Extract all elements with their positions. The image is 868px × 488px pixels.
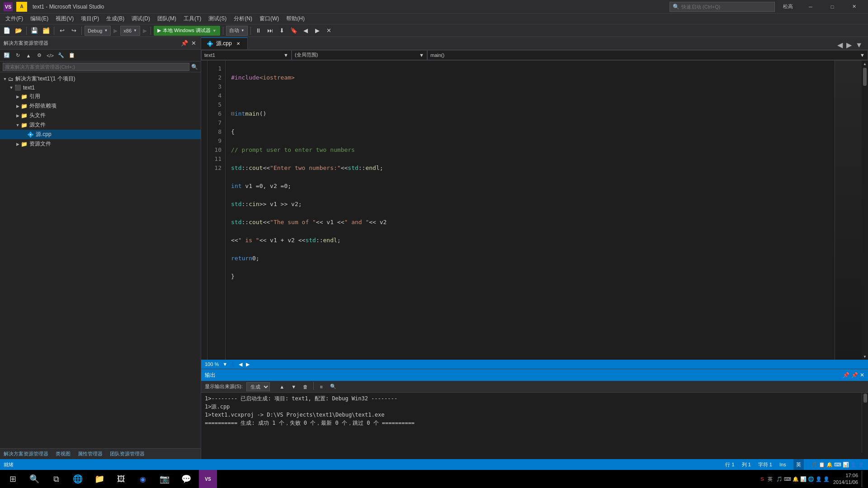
menu-window[interactable]: 窗口(W)	[256, 14, 283, 23]
restore-button[interactable]: □	[822, 0, 843, 14]
menu-team[interactable]: 团队(M)	[154, 14, 180, 23]
highlight-button[interactable]: A	[16, 2, 27, 12]
platform-dropdown[interactable]: x86 ▼	[120, 26, 140, 36]
prev-bookmark-btn[interactable]: ◀	[301, 26, 311, 36]
code-editor[interactable]: #include <iostream> ⊟int main() { // pro…	[226, 61, 835, 360]
zoom-dropdown-arrow[interactable]: ▼	[222, 361, 227, 367]
redo-btn[interactable]: ↪	[69, 26, 79, 36]
nav-scope-dropdown[interactable]: (全局范围) ▼	[292, 50, 427, 60]
tree-project[interactable]: ▼ ⬛ text1	[0, 84, 201, 92]
se-tab-team[interactable]: 团队资源管理器	[110, 450, 145, 457]
taskbar-show-desktop[interactable]	[862, 471, 864, 487]
scroll-thumb[interactable]	[863, 68, 867, 86]
se-showfiles-btn[interactable]: 📋	[67, 51, 77, 61]
start-button[interactable]: ⊞	[4, 470, 22, 488]
minimize-button[interactable]: ─	[800, 0, 821, 14]
tab-scroll-left[interactable]: ◀	[835, 41, 844, 49]
editor-scrollbar-vertical[interactable]: ▲ ▼	[862, 61, 868, 360]
tab-source-cpp[interactable]: 💠 源.cpp ✕	[201, 38, 248, 49]
menu-analyze[interactable]: 分析(N)	[230, 14, 256, 23]
close-button[interactable]: ✕	[844, 0, 864, 14]
tree-source-files[interactable]: ▼ 📁 源文件	[0, 120, 201, 130]
save-btn[interactable]: 💾	[29, 26, 39, 36]
task-view-btn[interactable]: ⧉	[47, 470, 65, 488]
scroll-up-btn[interactable]: ▲	[862, 61, 868, 67]
menu-test[interactable]: 测试(S)	[205, 14, 230, 23]
se-sync-btn[interactable]: 🔄	[2, 51, 12, 61]
tree-solution[interactable]: ▼ 🗂 解决方案'text1'(1 个项目)	[0, 74, 201, 84]
debug-config-dropdown[interactable]: Debug ▼	[85, 26, 111, 36]
se-collapse-btn[interactable]: ▲	[24, 51, 33, 61]
wechat-btn[interactable]: 💬	[177, 470, 195, 488]
new-project-btn[interactable]: 📄	[2, 26, 12, 36]
se-search-input[interactable]	[3, 63, 189, 71]
se-tab-solution[interactable]: 解决方案资源管理器	[4, 450, 48, 457]
horizontal-scroll-left[interactable]: ◀	[239, 361, 242, 367]
code-line-6: std::cout << "Enter two numbers:" << std…	[231, 164, 829, 173]
quick-launch-input[interactable]	[681, 4, 772, 9]
output-scroll-up[interactable]: ▲	[277, 382, 287, 392]
vs-taskbar-btn[interactable]: VS	[199, 470, 217, 488]
se-props-btn[interactable]: ⚙	[34, 51, 44, 61]
tab-expand[interactable]: ▼	[854, 41, 864, 49]
zoom-level[interactable]: 100 %	[205, 361, 219, 367]
se-view-btn[interactable]: </>	[45, 51, 55, 61]
menu-edit[interactable]: 编辑(E)	[27, 14, 52, 23]
clear-bookmark-btn[interactable]: ✕	[324, 26, 334, 36]
tree-references[interactable]: ▶ 📁 引用	[0, 92, 201, 101]
se-refresh-btn[interactable]: ↻	[13, 51, 23, 61]
output-close-btn[interactable]: ✕	[860, 372, 864, 378]
menu-tools[interactable]: 工具(T)	[180, 14, 205, 23]
menu-debug[interactable]: 调试(D)	[128, 14, 154, 23]
quick-launch-search[interactable]: 🔍	[670, 2, 775, 12]
media-btn[interactable]: 🖼	[112, 470, 130, 488]
output-pin-btn[interactable]: 📌	[851, 372, 858, 378]
se-tab-props[interactable]: 属性管理器	[78, 450, 103, 457]
nav-project-dropdown[interactable]: text1 ▼	[201, 50, 292, 60]
run-button[interactable]: ▶ 本地 Windows 调试器 ▼	[154, 26, 220, 36]
menu-file[interactable]: 文件(F)	[2, 14, 27, 23]
menu-help[interactable]: 帮助(H)	[283, 14, 308, 23]
scroll-track[interactable]	[862, 67, 868, 353]
attach-dropdown[interactable]: 自动 ▼	[226, 26, 248, 36]
bookmark-btn[interactable]: 🔖	[289, 26, 299, 36]
tab-source-cpp-close[interactable]: ✕	[235, 40, 242, 47]
se-close-btn[interactable]: ✕	[190, 40, 197, 47]
search-taskbar-btn[interactable]: 🔍	[25, 470, 43, 488]
output-find[interactable]: 🔍	[328, 382, 338, 392]
se-tab-class[interactable]: 类视图	[56, 450, 71, 457]
output-scrollbar-horizontal[interactable]	[201, 453, 868, 459]
scroll-down-btn[interactable]: ▼	[862, 353, 868, 360]
undo-btn[interactable]: ↩	[57, 26, 67, 36]
se-pin-btn[interactable]: 📌	[181, 40, 188, 47]
output-scroll-pin[interactable]: 📌	[843, 372, 849, 378]
taskbar-input-method[interactable]: 英	[768, 476, 773, 483]
breakpoints-btn[interactable]: ⏸	[254, 26, 264, 36]
output-scroll-down[interactable]: ▼	[289, 382, 299, 392]
tree-source-cpp[interactable]: 💠 源.cpp	[0, 130, 201, 139]
open-btn[interactable]: 📂	[14, 26, 24, 36]
photos-btn[interactable]: 📷	[156, 470, 174, 488]
tree-resource-files[interactable]: ▶ 📁 资源文件	[0, 139, 201, 149]
output-scrollbar-vertical[interactable]	[862, 393, 868, 453]
se-filter-btn[interactable]: 🔧	[56, 51, 66, 61]
menu-project[interactable]: 项目(P)	[77, 14, 103, 23]
save-all-btn[interactable]: 🗂️	[41, 26, 51, 36]
nav-member-dropdown[interactable]: main() ▼	[427, 50, 868, 60]
menu-build[interactable]: 生成(B)	[103, 14, 128, 23]
step-into-btn[interactable]: ⬇	[277, 26, 287, 36]
next-bookmark-btn[interactable]: ▶	[312, 26, 322, 36]
tree-external-deps[interactable]: ▶ 📁 外部依赖项	[0, 101, 201, 111]
ie-btn[interactable]: 🌐	[69, 470, 87, 488]
output-scroll-thumb[interactable]	[863, 394, 867, 403]
folder-btn[interactable]: 📁	[90, 470, 108, 488]
tree-header-files[interactable]: ▶ 📁 头文件	[0, 111, 201, 120]
tab-scroll-right[interactable]: ▶	[844, 41, 854, 49]
chrome-btn[interactable]: ◉	[134, 470, 152, 488]
step-over-btn[interactable]: ⏭	[265, 26, 275, 36]
output-wrap[interactable]: ≡	[316, 382, 326, 392]
output-clear[interactable]: 🗑	[301, 382, 311, 392]
horizontal-scroll-right[interactable]: ▶	[246, 361, 250, 367]
output-source-select[interactable]: 生成	[246, 382, 270, 391]
menu-view[interactable]: 视图(V)	[52, 14, 77, 23]
